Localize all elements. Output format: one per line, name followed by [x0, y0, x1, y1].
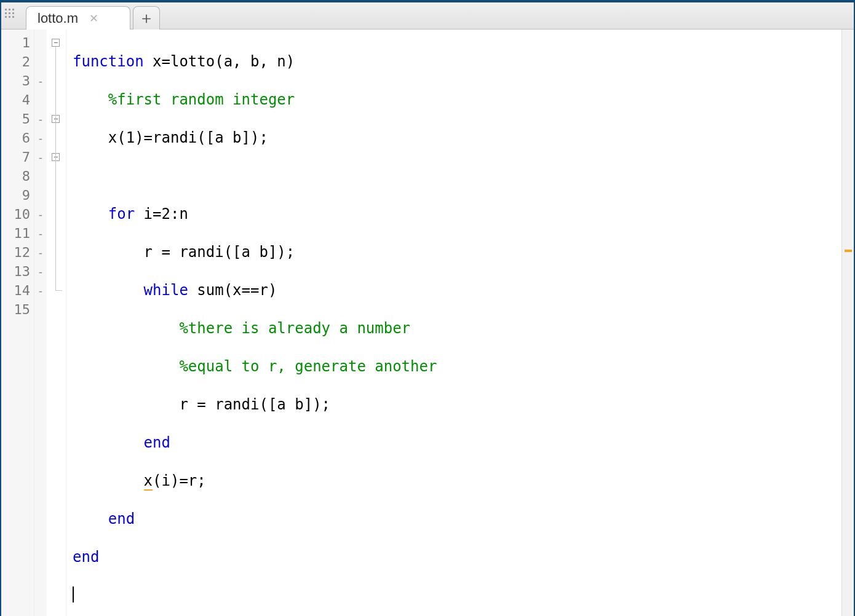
breakpoint-slot[interactable]: -	[34, 281, 47, 300]
code-text: r = randi([a b]);	[144, 243, 295, 261]
comment: %equal to r, generate another	[179, 358, 437, 375]
kw-for: for	[108, 205, 135, 223]
warning-marker[interactable]	[845, 250, 852, 252]
kw-end: end	[144, 434, 170, 451]
plus-icon: ＋	[138, 7, 154, 29]
line-number: 5	[1, 109, 34, 128]
code-text: (i)=r;	[153, 472, 206, 489]
comment: %first random integer	[108, 91, 295, 108]
line-number: 3	[1, 71, 34, 90]
close-icon[interactable]: ✕	[89, 12, 98, 25]
editor-pane: lotto.m ✕ ＋ 1 2 3 4 5 6 7 8 9 10 11 12 1…	[0, 0, 855, 616]
grip-icon	[5, 9, 22, 26]
breakpoint-slot[interactable]: -	[34, 128, 47, 148]
kw-end: end	[108, 510, 135, 527]
text-caret	[73, 586, 74, 602]
kw-function: function	[73, 53, 144, 70]
tab-filename: lotto.m	[38, 10, 78, 26]
breakpoint-slot[interactable]	[34, 167, 47, 186]
code-text: x(1)=randi([a b]);	[108, 129, 268, 146]
code-text: x=lotto(a, b, n)	[144, 53, 295, 70]
fold-toggle[interactable]: −	[52, 39, 60, 47]
breakpoint-slot[interactable]: -	[34, 262, 47, 281]
line-number: 11	[1, 224, 34, 243]
line-number: 6	[1, 128, 34, 148]
kw-end: end	[73, 548, 99, 566]
breakpoint-slot[interactable]	[34, 186, 47, 205]
fold-gutter: − − −	[47, 30, 66, 616]
line-number: 9	[1, 186, 34, 205]
breakpoint-gutter[interactable]: - - - - - - - - -	[34, 30, 47, 616]
line-number: 4	[1, 90, 34, 109]
tab-bar: lotto.m ✕ ＋	[1, 2, 854, 30]
new-tab-button[interactable]: ＋	[133, 6, 160, 30]
code-warning: x	[144, 472, 153, 491]
tab-lotto[interactable]: lotto.m ✕	[26, 6, 130, 30]
line-number: 12	[1, 243, 34, 262]
message-bar[interactable]	[841, 30, 854, 616]
breakpoint-slot[interactable]	[34, 33, 47, 52]
line-number: 15	[1, 300, 34, 319]
breakpoint-slot[interactable]: -	[34, 71, 47, 90]
breakpoint-slot[interactable]	[34, 300, 47, 319]
line-number: 1	[1, 33, 34, 52]
code-text: i=2:n	[135, 205, 188, 223]
line-number: 7	[1, 148, 34, 167]
line-number: 2	[1, 52, 34, 71]
code-editor[interactable]: function x=lotto(a, b, n) %first random …	[66, 30, 841, 616]
breakpoint-slot[interactable]: -	[34, 243, 47, 262]
code-text: sum(x==r)	[188, 282, 277, 299]
line-number-gutter: 1 2 3 4 5 6 7 8 9 10 11 12 13 14 15	[1, 30, 34, 616]
breakpoint-slot[interactable]: -	[34, 109, 47, 128]
line-number: 13	[1, 262, 34, 281]
kw-while: while	[144, 282, 188, 299]
breakpoint-slot[interactable]	[34, 52, 47, 71]
breakpoint-slot[interactable]: -	[34, 205, 47, 224]
comment: %there is already a number	[179, 320, 410, 337]
editor-body: 1 2 3 4 5 6 7 8 9 10 11 12 13 14 15 - - …	[1, 30, 854, 616]
line-number: 10	[1, 205, 34, 224]
breakpoint-slot[interactable]: -	[34, 224, 47, 243]
code-text: r = randi([a b]);	[179, 396, 330, 413]
breakpoint-slot[interactable]: -	[34, 148, 47, 167]
line-number: 14	[1, 281, 34, 300]
line-number: 8	[1, 167, 34, 186]
breakpoint-slot[interactable]	[34, 90, 47, 109]
